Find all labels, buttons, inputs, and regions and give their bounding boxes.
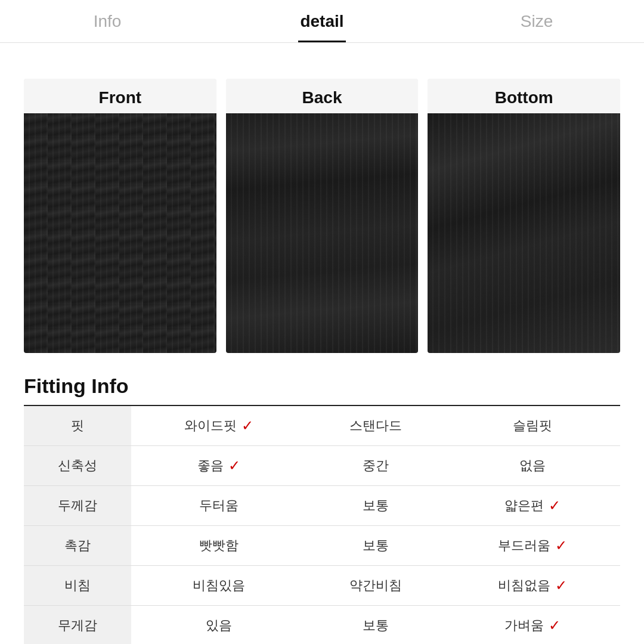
table-row: 촉감빳빳함보통부드러움✓ (24, 526, 620, 566)
table-row: 핏와이드핏✓스탠다드슬림핏 (24, 405, 620, 446)
tab-size[interactable]: Size (429, 0, 644, 42)
check-icon: ✓ (228, 457, 240, 474)
check-icon: ✓ (555, 577, 567, 594)
row-col1: 있음 (131, 606, 306, 645)
photo-bottom-image (428, 113, 620, 353)
check-icon: ✓ (549, 497, 561, 514)
photo-back-label: Back (226, 79, 419, 113)
photo-card-front: Front (24, 79, 216, 353)
photo-card-back: Back (226, 79, 419, 353)
tab-detail[interactable]: detail (215, 0, 429, 42)
row-col1: 와이드핏✓ (131, 405, 306, 446)
row-col2: 보통 (306, 486, 445, 526)
row-header: 두께감 (24, 486, 131, 526)
fitting-section: Fitting Info 핏와이드핏✓스탠다드슬림핏신축성좋음✓중간없음두께감두… (24, 374, 620, 644)
tab-info-label: Info (94, 12, 122, 31)
nav-tabs: Info detail Size (0, 0, 644, 43)
photo-front-image (24, 113, 216, 353)
row-col2: 보통 (306, 526, 445, 566)
table-row: 신축성좋음✓중간없음 (24, 446, 620, 486)
row-col3: 슬림핏 (445, 405, 620, 446)
row-col1: 두터움 (131, 486, 306, 526)
fitting-title: Fitting Info (24, 374, 620, 398)
main-content: Front Back Bottom Fitting Info 핏와이드핏✓스탠다… (0, 43, 644, 644)
row-header: 무게감 (24, 606, 131, 645)
row-col2: 스탠다드 (306, 405, 445, 446)
row-col3: 부드러움✓ (445, 526, 620, 566)
row-header: 촉감 (24, 526, 131, 566)
check-icon: ✓ (555, 537, 567, 554)
row-col1: 비침있음 (131, 566, 306, 606)
photo-card-bottom: Bottom (428, 79, 620, 353)
tab-size-label: Size (521, 12, 553, 31)
row-col3: 가벼움✓ (445, 606, 620, 645)
tab-info[interactable]: Info (0, 0, 215, 42)
fitting-table: 핏와이드핏✓스탠다드슬림핏신축성좋음✓중간없음두께감두터움보통얇은편✓촉감빳빳함… (24, 405, 620, 644)
table-row: 무게감있음보통가벼움✓ (24, 606, 620, 645)
row-col2: 약간비침 (306, 566, 445, 606)
row-col3: 비침없음✓ (445, 566, 620, 606)
table-row: 두께감두터움보통얇은편✓ (24, 486, 620, 526)
row-col2: 중간 (306, 446, 445, 486)
row-col1: 좋음✓ (131, 446, 306, 486)
photo-bottom-label: Bottom (428, 79, 620, 113)
row-col3: 없음 (445, 446, 620, 486)
row-col2: 보통 (306, 606, 445, 645)
tab-detail-label: detail (300, 12, 343, 31)
row-header: 비침 (24, 566, 131, 606)
check-icon: ✓ (242, 417, 253, 434)
photo-grid: Front Back Bottom (24, 79, 620, 353)
row-col1: 빳빳함 (131, 526, 306, 566)
row-header: 핏 (24, 405, 131, 446)
table-row: 비침비침있음약간비침비침없음✓ (24, 566, 620, 606)
check-icon: ✓ (549, 617, 561, 634)
photo-front-label: Front (24, 79, 216, 113)
row-header: 신축성 (24, 446, 131, 486)
photo-back-image (226, 113, 419, 353)
row-col3: 얇은편✓ (445, 486, 620, 526)
